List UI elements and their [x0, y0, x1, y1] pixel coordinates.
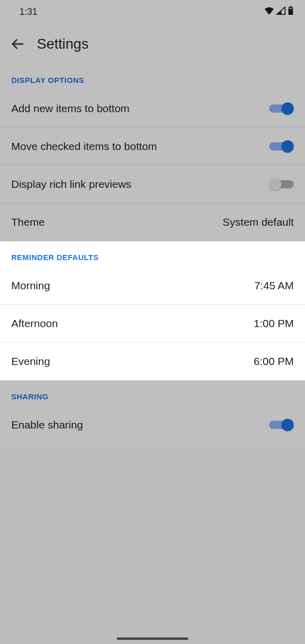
toggle-rich-link-previews[interactable]	[269, 177, 294, 191]
status-time: 1:31	[19, 7, 37, 17]
row-morning[interactable]: Morning 7:45 AM	[0, 267, 305, 305]
toggle-move-checked-bottom[interactable]	[269, 139, 294, 154]
row-label: Enable sharing	[11, 419, 83, 431]
row-label: Morning	[11, 280, 50, 292]
section-display-options: DISPLAY OPTIONS Add new items to bottom …	[0, 65, 305, 241]
section-reminder-defaults: REMINDER DEFAULTS Morning 7:45 AM Aftern…	[0, 241, 305, 380]
svg-rect-1	[290, 6, 292, 8]
toggle-enable-sharing[interactable]	[269, 418, 294, 432]
cell-signal-icon	[276, 7, 286, 17]
row-theme[interactable]: Theme System default	[0, 203, 305, 241]
row-label: Display rich link previews	[11, 178, 132, 190]
section-header-display: DISPLAY OPTIONS	[0, 65, 305, 90]
section-sharing: SHARING Enable sharing	[0, 380, 305, 444]
row-move-checked-bottom[interactable]: Move checked items to bottom	[0, 127, 305, 165]
afternoon-value: 1:00 PM	[254, 317, 294, 330]
battery-icon	[288, 6, 294, 18]
svg-rect-2	[289, 8, 292, 9]
theme-value: System default	[223, 216, 294, 228]
toggle-add-new-items-bottom[interactable]	[269, 101, 294, 116]
row-label: Theme	[11, 216, 45, 228]
nav-handle[interactable]	[117, 637, 188, 640]
row-afternoon[interactable]: Afternoon 1:00 PM	[0, 305, 305, 342]
row-label: Afternoon	[11, 317, 58, 330]
row-evening[interactable]: Evening 6:00 PM	[0, 342, 305, 380]
page-title: Settings	[37, 36, 89, 52]
evening-value: 6:00 PM	[254, 355, 294, 368]
section-header-reminder: REMINDER DEFAULTS	[0, 242, 305, 267]
wifi-icon	[264, 7, 274, 17]
status-icons	[264, 6, 294, 18]
row-add-new-items-bottom[interactable]: Add new items to bottom	[0, 90, 305, 127]
back-icon[interactable]	[10, 37, 25, 51]
row-label: Evening	[11, 355, 50, 368]
status-bar: 1:31	[0, 0, 305, 24]
section-header-sharing: SHARING	[0, 381, 305, 406]
row-enable-sharing[interactable]: Enable sharing	[0, 406, 305, 444]
row-label: Move checked items to bottom	[11, 140, 157, 153]
row-label: Add new items to bottom	[11, 102, 129, 115]
row-rich-link-previews[interactable]: Display rich link previews	[0, 165, 305, 203]
morning-value: 7:45 AM	[254, 280, 294, 292]
app-bar: Settings	[0, 24, 305, 65]
